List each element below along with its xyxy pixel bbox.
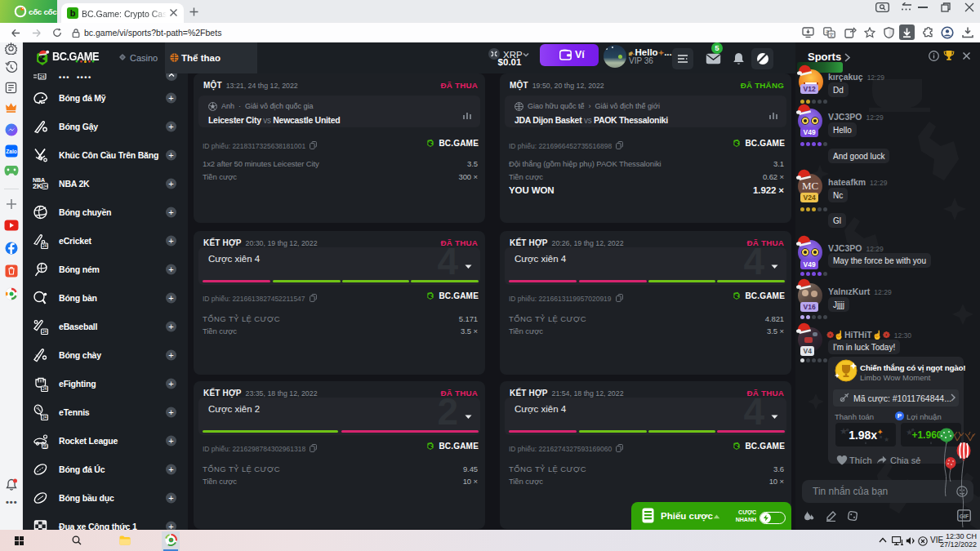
- svg-text:24: 24: [42, 329, 47, 334]
- svg-text:3S: 3S: [42, 445, 47, 449]
- svg-text:2K: 2K: [33, 182, 42, 190]
- svg-text:24: 24: [42, 415, 47, 420]
- svg-text:24: 24: [39, 74, 44, 79]
- svg-text:文: 文: [829, 32, 835, 38]
- svg-text:24: 24: [42, 184, 47, 189]
- svg-text:Zalo: Zalo: [6, 149, 16, 154]
- svg-text:b: b: [70, 8, 76, 18]
- svg-text:24: 24: [42, 386, 47, 391]
- svg-text:24: 24: [42, 243, 47, 248]
